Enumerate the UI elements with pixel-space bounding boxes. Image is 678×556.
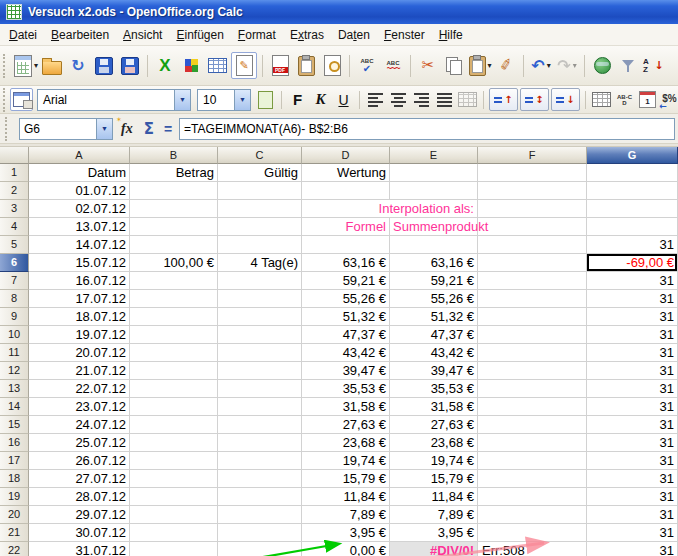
- column-header-C[interactable]: C: [218, 147, 302, 164]
- cell-F2[interactable]: [478, 182, 587, 200]
- menu-fenster[interactable]: Fenster: [377, 26, 432, 44]
- cell-G22[interactable]: 31: [587, 542, 678, 556]
- cell-G20[interactable]: 31: [587, 506, 678, 524]
- save-as-button[interactable]: [118, 53, 142, 78]
- dropdown-caret-icon[interactable]: ▾: [547, 61, 551, 70]
- cell-A15[interactable]: 24.07.12: [29, 416, 130, 434]
- dropdown-caret-icon[interactable]: ▾: [34, 61, 38, 70]
- cell-G13[interactable]: 31: [587, 380, 678, 398]
- cell-E1[interactable]: [390, 164, 478, 182]
- cell-E14[interactable]: 31,58 €: [390, 398, 478, 416]
- menu-ansicht[interactable]: Ansicht: [116, 26, 169, 44]
- cell-A20[interactable]: 29.07.12: [29, 506, 130, 524]
- number-format-button[interactable]: AB-CD: [614, 89, 635, 110]
- cell-B20[interactable]: [130, 506, 218, 524]
- dropdown-caret-icon[interactable]: ▾: [488, 61, 492, 70]
- cell-A16[interactable]: 25.07.12: [29, 434, 130, 452]
- cell-C9[interactable]: [218, 308, 302, 326]
- cell-D17[interactable]: 19,74 €: [302, 452, 390, 470]
- formula-input[interactable]: =TAGEIMMONAT(A6)- B$2:B6: [179, 118, 675, 140]
- cell-E13[interactable]: 35,53 €: [390, 380, 478, 398]
- cell-G8[interactable]: 31: [587, 290, 678, 308]
- cell-A18[interactable]: 27.07.12: [29, 470, 130, 488]
- cell-E12[interactable]: 39,47 €: [390, 362, 478, 380]
- cell-E9[interactable]: 51,32 €: [390, 308, 478, 326]
- cell-B8[interactable]: [130, 290, 218, 308]
- cell-D4[interactable]: Formel: [302, 218, 390, 236]
- cell-E8[interactable]: 55,26 €: [390, 290, 478, 308]
- toolbar-grip[interactable]: [3, 54, 9, 78]
- cell-B19[interactable]: [130, 488, 218, 506]
- open-button[interactable]: [40, 53, 64, 78]
- align-right-button[interactable]: [411, 89, 432, 110]
- cell-G18[interactable]: 31: [587, 470, 678, 488]
- cell-G11[interactable]: 31: [587, 344, 678, 362]
- menu-bearbeiten[interactable]: Bearbeiten: [44, 26, 116, 44]
- cell-F22[interactable]: Err:508: [478, 542, 587, 556]
- cell-B14[interactable]: [130, 398, 218, 416]
- cell-C8[interactable]: [218, 290, 302, 308]
- combo-dropdown-icon[interactable]: ▼: [234, 90, 250, 110]
- cell-G1[interactable]: [587, 164, 678, 182]
- align-justify-button[interactable]: [434, 89, 455, 110]
- cell-D11[interactable]: 43,42 €: [302, 344, 390, 362]
- cell-A7[interactable]: 16.07.12: [29, 272, 130, 290]
- align-bottom-button[interactable]: ↓: [551, 88, 580, 111]
- cell-D15[interactable]: 27,63 €: [302, 416, 390, 434]
- cell-G10[interactable]: 31: [587, 326, 678, 344]
- cell-C5[interactable]: [218, 236, 302, 254]
- column-header-E[interactable]: E: [390, 147, 478, 164]
- autofilter-button[interactable]: [616, 53, 640, 78]
- cell-B18[interactable]: [130, 470, 218, 488]
- row-header-14[interactable]: 14: [0, 398, 29, 416]
- spellcheck-button[interactable]: [355, 53, 379, 78]
- cell-C16[interactable]: [218, 434, 302, 452]
- menu-einfgen[interactable]: Einfügen: [169, 26, 230, 44]
- excel-import-button[interactable]: X: [153, 53, 177, 78]
- cell-C15[interactable]: [218, 416, 302, 434]
- sum-icon[interactable]: Σ: [141, 120, 157, 138]
- cell-C3[interactable]: [218, 200, 302, 218]
- dropdown-caret-icon[interactable]: ▾: [573, 61, 577, 70]
- row-header-20[interactable]: 20: [0, 506, 29, 524]
- cell-A10[interactable]: 19.07.12: [29, 326, 130, 344]
- cell-C12[interactable]: [218, 362, 302, 380]
- page-preview-button[interactable]: [320, 53, 344, 78]
- cell-B4[interactable]: [130, 218, 218, 236]
- cell-D10[interactable]: 47,37 €: [302, 326, 390, 344]
- cell-F6[interactable]: [478, 254, 587, 272]
- align-top-button[interactable]: ↑: [489, 88, 518, 111]
- combo-dropdown-icon[interactable]: ▼: [174, 90, 190, 110]
- cell-F18[interactable]: [478, 470, 587, 488]
- column-header-D[interactable]: D: [302, 147, 390, 164]
- cell-B22[interactable]: [130, 542, 218, 556]
- row-header-16[interactable]: 16: [0, 434, 29, 452]
- cell-C17[interactable]: [218, 452, 302, 470]
- styles-window-button[interactable]: [10, 88, 33, 111]
- cell-C22[interactable]: [218, 542, 302, 556]
- name-box[interactable]: G6 ▼: [19, 118, 113, 140]
- row-header-17[interactable]: 17: [0, 452, 29, 470]
- cell-B11[interactable]: [130, 344, 218, 362]
- export-pdf-button[interactable]: [268, 53, 292, 78]
- cell-E5[interactable]: [390, 236, 478, 254]
- cell-D7[interactable]: 59,21 €: [302, 272, 390, 290]
- cell-E18[interactable]: 15,79 €: [390, 470, 478, 488]
- equals-icon[interactable]: =: [161, 121, 175, 137]
- cell-B15[interactable]: [130, 416, 218, 434]
- cell-B5[interactable]: [130, 236, 218, 254]
- cell-C19[interactable]: [218, 488, 302, 506]
- align-vcenter-button[interactable]: ↕: [520, 88, 549, 111]
- cell-F16[interactable]: [478, 434, 587, 452]
- cell-A22[interactable]: 31.07.12: [29, 542, 130, 556]
- cell-A17[interactable]: 26.07.12: [29, 452, 130, 470]
- document-button[interactable]: [255, 89, 276, 110]
- row-header-4[interactable]: 4: [0, 218, 29, 236]
- underline-button[interactable]: U: [333, 89, 354, 110]
- cell-G19[interactable]: 31: [587, 488, 678, 506]
- cell-F7[interactable]: [478, 272, 587, 290]
- cell-B17[interactable]: [130, 452, 218, 470]
- row-header-1[interactable]: 1: [0, 164, 29, 182]
- cell-B12[interactable]: [130, 362, 218, 380]
- row-header-8[interactable]: 8: [0, 290, 29, 308]
